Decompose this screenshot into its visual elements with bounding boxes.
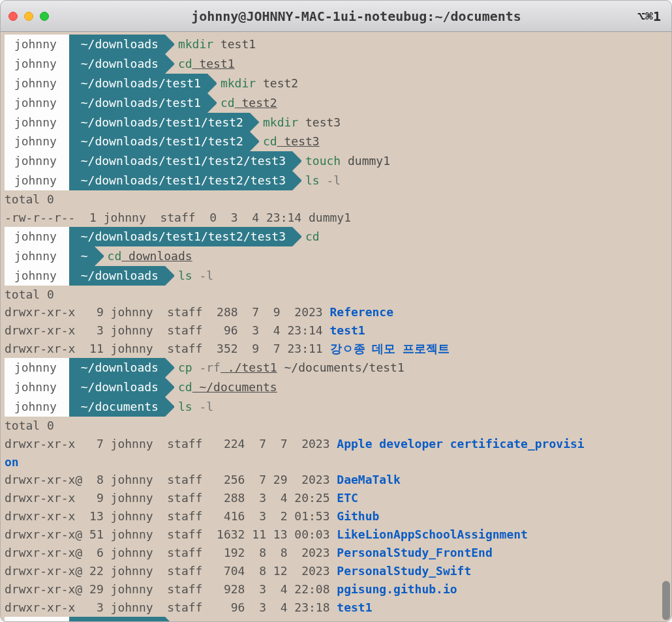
prompt-path: ~/downloads bbox=[69, 358, 165, 378]
ls-filename: ETC bbox=[337, 491, 358, 505]
ls-row: drwxr-xr-x 11 johnny staff 352 9 7 23:11… bbox=[5, 340, 667, 358]
command: cd test3 bbox=[263, 134, 320, 148]
ls-filename: 강ㅇ종 데모 프로젝트 bbox=[330, 342, 450, 355]
minimize-icon[interactable] bbox=[24, 12, 33, 21]
prompt-line: johnny ~/downloads/test1mkdir test2 bbox=[5, 74, 667, 93]
prompt-line: johnny ~/downloadscp -rf ./test1 ~/docum… bbox=[5, 358, 667, 378]
prompt-user: johnny bbox=[5, 266, 69, 286]
ls-filename: Apple developer certificate_provisi bbox=[337, 437, 584, 451]
prompt-line: johnny ~/documentsls -l bbox=[5, 397, 667, 417]
command: touch dummy1 bbox=[305, 154, 390, 168]
ls-row: drwxr-xr-x 3 johnny staff 96 3 4 23:18 t… bbox=[5, 599, 667, 617]
prompt-user: johnny bbox=[5, 74, 69, 93]
ls-row: drwxr-xr-x@ 29 johnny staff 928 3 4 22:0… bbox=[5, 580, 667, 599]
ls-row: drwxr-xr-x@ 6 johnny staff 192 8 8 2023 … bbox=[5, 544, 667, 562]
prompt-line: johnny ~/downloadsmkdir test1 bbox=[5, 35, 667, 54]
prompt-line: johnny ~/downloads/test1/test2/test3touc… bbox=[5, 151, 667, 171]
ls-row: drwxr-xr-x 3 johnny staff 96 3 4 23:14 t… bbox=[5, 321, 667, 340]
window-shortcut: ⌥⌘1 bbox=[637, 8, 661, 24]
command: cd ~/documents bbox=[178, 380, 277, 394]
prompt-path: ~/documents bbox=[69, 617, 165, 621]
prompt-path: ~/documents bbox=[69, 397, 165, 417]
ls-row: drwxr-xr-x@ 8 johnny staff 256 7 29 2023… bbox=[5, 471, 667, 489]
ls-filename: test1 bbox=[337, 600, 372, 614]
prompt-user: johnny bbox=[5, 358, 69, 378]
prompt-path: ~/downloads/test1 bbox=[69, 93, 207, 113]
prompt-line: johnny ~/downloads/test1/test2mkdir test… bbox=[5, 113, 667, 132]
terminal-window: johnny@JOHNNY-MAC-1ui-noteubug:~/documen… bbox=[0, 0, 672, 622]
ls-filename: test1 bbox=[330, 323, 365, 337]
prompt-user: johnny bbox=[5, 397, 69, 417]
close-icon[interactable] bbox=[8, 12, 18, 21]
prompt-line: johnny ~/downloadscd ~/documents bbox=[5, 378, 667, 397]
command: ls -l bbox=[178, 269, 213, 282]
prompt-user: johnny bbox=[5, 132, 69, 151]
ls-filename: PersonalStudy_FrontEnd bbox=[337, 546, 492, 559]
command: mkdir test2 bbox=[221, 76, 298, 90]
ls-row: drwxr-xr-x@ 22 johnny staff 704 8 12 202… bbox=[5, 562, 667, 580]
command: cd bbox=[305, 230, 320, 243]
prompt-line: johnny ~/downloads/test1cd test2 bbox=[5, 93, 667, 113]
zoom-icon[interactable] bbox=[40, 12, 49, 21]
command: ls -l bbox=[178, 400, 213, 413]
prompt-user: johnny bbox=[5, 246, 69, 266]
command: mkdir test3 bbox=[263, 115, 341, 129]
prompt-line: johnny ~/downloads/test1/test2/test3cd bbox=[5, 227, 667, 246]
ls-filename: Github bbox=[337, 509, 379, 523]
command: ls -l bbox=[305, 173, 341, 187]
titlebar[interactable]: johnny@JOHNNY-MAC-1ui-noteubug:~/documen… bbox=[1, 1, 671, 32]
prompt-user: johnny bbox=[5, 617, 69, 621]
ls-row: drwxr-xr-x 9 johnny staff 288 3 4 20:25 … bbox=[5, 489, 667, 507]
prompt-path: ~/downloads bbox=[69, 35, 165, 54]
command: cd test2 bbox=[221, 96, 277, 110]
output-line: -rw-r--r-- 1 johnny staff 0 3 4 23:14 du… bbox=[5, 209, 667, 227]
prompt-line: johnny ~/downloadscd test1 bbox=[5, 54, 667, 74]
command: cd test1 bbox=[178, 57, 235, 70]
command: cp -rf ./test1 ~/documents/test1 bbox=[178, 361, 405, 374]
output-line: total 0 bbox=[5, 190, 667, 209]
command: cd downloads bbox=[108, 249, 192, 263]
prompt-path: ~/downloads/test1/test2/test3 bbox=[69, 151, 292, 171]
ls-row: drwxr-xr-x 9 johnny staff 288 7 9 2023 R… bbox=[5, 303, 667, 321]
prompt-line: johnny ~cd downloads bbox=[5, 246, 667, 266]
prompt-path: ~/downloads bbox=[69, 378, 165, 397]
scrollbar-thumb[interactable] bbox=[662, 581, 670, 620]
prompt-line: johnny ~/documents bbox=[5, 617, 667, 621]
window-title: johnny@JOHNNY-MAC-1ui-noteubug:~/documen… bbox=[49, 8, 664, 24]
output-line: total 0 bbox=[5, 286, 667, 304]
prompt-path: ~ bbox=[69, 246, 95, 266]
prompt-user: johnny bbox=[5, 378, 69, 397]
traffic-lights bbox=[8, 12, 49, 21]
prompt-path: ~/downloads/test1 bbox=[69, 74, 207, 93]
ls-filename: DaeMaTalk bbox=[337, 473, 401, 486]
prompt-user: johnny bbox=[5, 35, 69, 54]
prompt-user: johnny bbox=[5, 93, 69, 113]
prompt-user: johnny bbox=[5, 227, 69, 246]
prompt-path: ~/downloads/test1/test2/test3 bbox=[69, 171, 292, 190]
prompt-line: johnny ~/downloads/test1/test2cd test3 bbox=[5, 132, 667, 151]
prompt-user: johnny bbox=[5, 113, 69, 132]
scrollbar[interactable] bbox=[662, 32, 670, 621]
ls-row: drwxr-xr-x 7 johnny staff 224 7 7 2023 A… bbox=[5, 435, 667, 453]
ls-row: drwxr-xr-x 13 johnny staff 416 3 2 01:53… bbox=[5, 507, 667, 526]
terminal-viewport[interactable]: johnny ~/downloadsmkdir test1 johnny ~/d… bbox=[1, 32, 671, 621]
prompt-path: ~/downloads/test1/test2/test3 bbox=[69, 227, 292, 246]
ls-filename: LikeLionAppSchoolAssignment bbox=[337, 527, 528, 541]
prompt-user: johnny bbox=[5, 151, 69, 171]
command: mkdir test1 bbox=[178, 37, 256, 51]
prompt-path: ~/downloads bbox=[69, 54, 165, 74]
prompt-user: johnny bbox=[5, 171, 69, 190]
ls-row-wrap: on bbox=[5, 453, 667, 471]
prompt-path: ~/downloads/test1/test2 bbox=[69, 113, 250, 132]
ls-row: drwxr-xr-x@ 51 johnny staff 1632 11 13 0… bbox=[5, 526, 667, 544]
prompt-line: johnny ~/downloadsls -l bbox=[5, 266, 667, 286]
output-line: total 0 bbox=[5, 417, 667, 435]
prompt-path: ~/downloads/test1/test2 bbox=[69, 132, 250, 151]
ls-filename: PersonalStudy_Swift bbox=[337, 564, 471, 578]
ls-filename: Reference bbox=[330, 305, 394, 319]
prompt-user: johnny bbox=[5, 54, 69, 74]
prompt-path: ~/downloads bbox=[69, 266, 165, 286]
ls-filename: pgisung.github.io bbox=[337, 582, 457, 596]
prompt-line: johnny ~/downloads/test1/test2/test3ls -… bbox=[5, 171, 667, 190]
